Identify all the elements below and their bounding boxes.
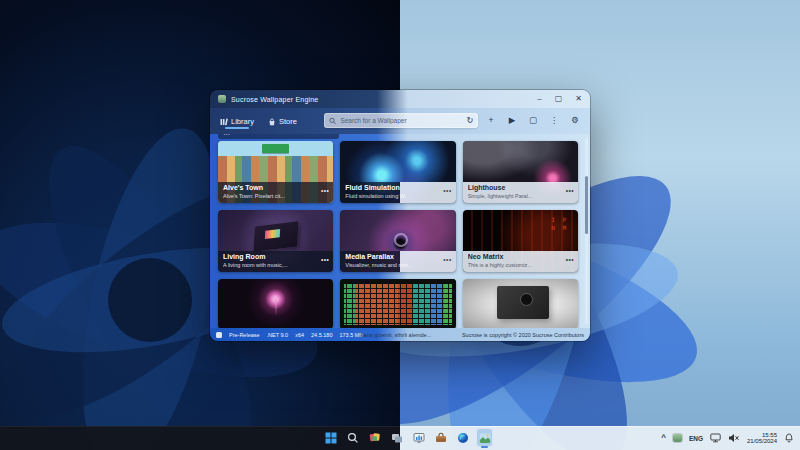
start-button[interactable] <box>322 428 339 447</box>
card-title: Living Room <box>223 253 328 262</box>
network-icon[interactable] <box>710 433 721 443</box>
sucrose-taskbar-button[interactable] <box>476 428 493 447</box>
library-scrollbar[interactable] <box>585 138 588 324</box>
card-more-button[interactable]: ••• <box>566 256 574 263</box>
taskbar: ^ ENG 15:55 21/05/2024 <box>0 426 800 450</box>
wallpaper-card-periodic-table[interactable] <box>340 279 455 328</box>
card-subtitle: Alve's Town: Pixelart cit... <box>223 193 328 200</box>
minimize-button[interactable]: – <box>537 95 541 103</box>
widgets-icon <box>369 432 381 444</box>
tab-library[interactable]: Library <box>219 113 255 129</box>
search-input[interactable] <box>336 117 473 124</box>
sucrose-photo-icon <box>479 432 491 444</box>
wallpaper-grid: Alve's Town Alve's Town: Pixelart cit...… <box>218 141 578 328</box>
taskbar-search-button[interactable] <box>344 428 361 447</box>
notification-bell-icon[interactable] <box>784 433 794 444</box>
card-subtitle: Simple, lightweight Paral... <box>468 193 573 200</box>
statusbar-left: Pre-Release .NET 9.0 x64 24.5.180 173.5 … <box>216 332 363 338</box>
card-subtitle: A living room with music,... <box>223 262 328 269</box>
language-indicator[interactable]: ENG <box>689 435 703 442</box>
nav-actions: ↻ + ▶ ▢ ⋮ ⚙ <box>464 113 581 127</box>
widgets-button[interactable] <box>366 428 383 447</box>
wallpaper-card-motherboard[interactable] <box>463 279 578 328</box>
task-manager-icon <box>413 432 425 444</box>
card-subtitle: Fluid simulation using W... <box>345 193 450 200</box>
version-label: 24.5.180 <box>311 332 332 338</box>
toolbox-button[interactable] <box>432 428 449 447</box>
taskbar-center-icons <box>322 428 493 447</box>
task-view-icon <box>391 432 403 444</box>
store-icon <box>268 118 276 126</box>
play-button[interactable]: ▶ <box>506 113 518 127</box>
card-caption: Lighthouse Simple, lightweight Paral... … <box>463 182 578 203</box>
copyright-text: Sucrose is copyright © 2020 Sucrose Cont… <box>462 332 584 338</box>
tab-store[interactable]: Store <box>267 113 298 129</box>
card-more-button[interactable]: ••• <box>443 256 451 263</box>
window-titlebar[interactable]: Sucrose Wallpaper Engine – ▢ ✕ <box>210 90 590 108</box>
kebab-menu-button[interactable]: ⋮ <box>548 113 560 127</box>
wallpaper-search[interactable] <box>324 113 478 128</box>
card-caption: Alve's Town Alve's Town: Pixelart cit...… <box>218 182 333 203</box>
close-button[interactable]: ✕ <box>575 95 582 103</box>
sucrose-tray-icon[interactable] <box>673 434 682 442</box>
settings-button[interactable]: ⚙ <box>569 113 581 127</box>
windows-logo-icon <box>325 432 337 444</box>
card-title: Media Parallax <box>345 253 450 262</box>
tab-library-label: Library <box>231 117 254 126</box>
window-title: Sucrose Wallpaper Engine <box>231 96 318 103</box>
window-navbar: Library Store ↻ + ▶ ▢ ⋮ <box>210 108 590 134</box>
desktop: Sucrose Wallpaper Engine – ▢ ✕ Library S… <box>0 0 800 450</box>
arch-label: x64 <box>295 332 304 338</box>
sucrose-app-icon <box>218 95 226 103</box>
card-more-button[interactable]: ••• <box>443 187 451 194</box>
card-more-button[interactable]: ••• <box>321 187 329 194</box>
wallpaper-card-living-room[interactable]: Living Room A living room with music,...… <box>218 210 333 272</box>
jellyfish-thumbnail <box>218 279 333 328</box>
periodic-table-thumbnail <box>340 279 455 328</box>
statusbar-app-icon <box>216 332 222 338</box>
clock-date: 21/05/2024 <box>747 438 777 445</box>
release-badge: Pre-Release <box>229 332 260 338</box>
clock[interactable]: 15:55 21/05/2024 <box>747 432 777 445</box>
card-more-button[interactable]: ••• <box>321 256 329 263</box>
volume-muted-icon[interactable] <box>728 433 740 443</box>
display-button[interactable]: ▢ <box>527 113 539 127</box>
wallpaper-card-fluid-simulation[interactable]: Fluid Simulation Fluid simulation using … <box>340 141 455 203</box>
toolbox-icon <box>435 432 447 444</box>
tray-overflow-button[interactable]: ^ <box>661 434 666 442</box>
refresh-button[interactable]: ↻ <box>464 113 476 127</box>
window-statusbar: Pre-Release .NET 9.0 x64 24.5.180 173.5 … <box>210 328 590 341</box>
card-caption: Fluid Simulation Fluid simulation using … <box>340 182 455 203</box>
search-icon <box>347 432 359 444</box>
sucrose-window: Sucrose Wallpaper Engine – ▢ ✕ Library S… <box>210 90 590 341</box>
library-content: ⋯ Alve's Town Alve's Town: Pixelart cit.… <box>210 134 590 328</box>
task-view-button[interactable] <box>388 428 405 447</box>
card-caption: Media Parallax Visualizer, music and mot… <box>340 251 455 272</box>
search-icon <box>329 117 336 125</box>
edge-browser-button[interactable] <box>454 428 471 447</box>
card-subtitle: Visualizer, music and mot... <box>345 262 450 269</box>
card-more-button[interactable]: ••• <box>566 187 574 194</box>
wallpaper-card-alves-town[interactable]: Alve's Town Alve's Town: Pixelart cit...… <box>218 141 333 203</box>
statusbar-message: Sana gizemli, sihirli alemde... <box>360 332 431 338</box>
wallpaper-card-media-parallax[interactable]: Media Parallax Visualizer, music and mot… <box>340 210 455 272</box>
add-wallpaper-button[interactable]: + <box>485 113 497 127</box>
task-manager-button[interactable] <box>410 428 427 447</box>
card-title: Lighthouse <box>468 184 573 193</box>
card-caption: Living Room A living room with music,...… <box>218 251 333 272</box>
wallpaper-card-neo-matrix[interactable]: Neo Matrix This is a highly customiz... … <box>463 210 578 272</box>
wallpaper-card-lighthouse[interactable]: Lighthouse Simple, lightweight Paral... … <box>463 141 578 203</box>
edge-icon <box>457 432 469 444</box>
library-icon <box>220 118 228 126</box>
runtime-label: .NET 9.0 <box>267 332 289 338</box>
scrollbar-thumb[interactable] <box>585 176 588 234</box>
card-title: Alve's Town <box>223 184 328 193</box>
card-title: Neo Matrix <box>468 253 573 262</box>
wallpaper-card-jellyfish[interactable] <box>218 279 333 328</box>
card-title: Fluid Simulation <box>345 184 450 193</box>
maximize-button[interactable]: ▢ <box>555 95 563 103</box>
card-caption: Neo Matrix This is a highly customiz... … <box>463 251 578 272</box>
card-subtitle: This is a highly customiz... <box>468 262 573 269</box>
motherboard-thumbnail <box>463 279 578 328</box>
tab-store-label: Store <box>279 117 297 126</box>
